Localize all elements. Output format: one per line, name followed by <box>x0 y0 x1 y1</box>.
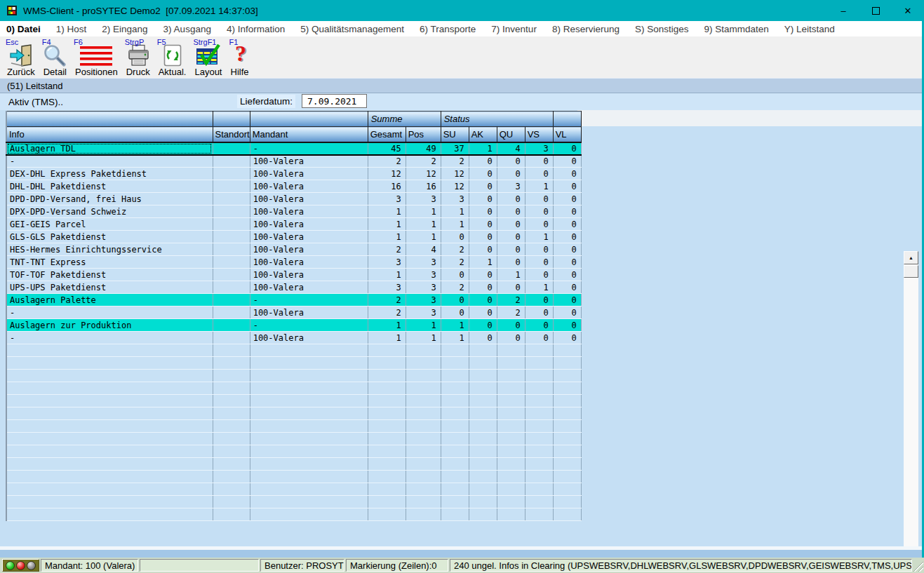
table-row[interactable]: -100-Valera2300200 <box>6 306 581 319</box>
table-cell[interactable] <box>213 294 250 306</box>
table-cell[interactable]: 1 <box>406 332 441 344</box>
info-cell[interactable]: - <box>6 332 213 344</box>
column-header-info[interactable]: Info <box>6 127 213 142</box>
table-cell[interactable]: 100-Valera <box>250 243 368 256</box>
column-header-vl[interactable]: VL <box>553 127 581 142</box>
table-cell[interactable]: 1 <box>441 205 469 218</box>
minimize-button[interactable]: – <box>827 0 859 21</box>
table-cell[interactable]: 1 <box>525 281 553 294</box>
table-cell[interactable]: 3 <box>406 281 441 294</box>
table-cell[interactable] <box>213 306 250 319</box>
table-cell[interactable]: 0 <box>553 281 581 294</box>
info-cell[interactable]: GLS-GLS Paketdienst <box>6 231 213 243</box>
table-cell[interactable]: 0 <box>497 168 525 180</box>
table-cell[interactable]: 1 <box>497 269 525 281</box>
table-cell[interactable]: 2 <box>441 256 469 269</box>
table-row[interactable]: TNT-TNT Express100-Valera3321000 <box>6 256 581 269</box>
table-cell[interactable]: 4 <box>406 243 441 256</box>
table-cell[interactable]: 100-Valera <box>250 256 368 269</box>
column-header-mandant[interactable]: Mandant <box>250 127 368 142</box>
table-cell[interactable]: 3 <box>525 142 553 155</box>
positionen-button[interactable]: F6 Positionen <box>72 36 121 79</box>
menu-item-datei[interactable]: 0) Datei <box>0 24 48 34</box>
table-cell[interactable]: 3 <box>497 180 525 193</box>
menu-item-host[interactable]: 1) Host <box>48 24 95 34</box>
table-cell[interactable]: 0 <box>553 218 581 231</box>
column-header-vs[interactable]: VS <box>525 127 553 142</box>
table-cell[interactable]: 0 <box>441 269 469 281</box>
table-row[interactable]: DPX-DPD-Versand Schweiz100-Valera1110000 <box>6 205 581 218</box>
table-cell[interactable]: 0 <box>525 243 553 256</box>
table-cell[interactable]: 1 <box>368 319 406 332</box>
info-cell[interactable]: GEI-GEIS Parcel <box>6 218 213 231</box>
table-cell[interactable]: 0 <box>469 243 497 256</box>
table-cell[interactable]: 12 <box>441 180 469 193</box>
table-cell[interactable]: 37 <box>441 142 469 155</box>
table-cell[interactable]: 3 <box>406 256 441 269</box>
menu-item-inventur[interactable]: 7) Inventur <box>483 24 544 34</box>
table-cell[interactable]: 0 <box>469 294 497 306</box>
table-row[interactable]: DPD-DPD-Versand, frei Haus100-Valera3330… <box>6 193 581 205</box>
table-cell[interactable]: 100-Valera <box>250 332 368 344</box>
table-cell[interactable]: 0 <box>553 269 581 281</box>
table-cell[interactable]: 100-Valera <box>250 193 368 205</box>
table-cell[interactable]: 100-Valera <box>250 281 368 294</box>
table-cell[interactable] <box>213 142 250 155</box>
table-cell[interactable]: 1 <box>368 231 406 243</box>
table-cell[interactable]: 1 <box>368 218 406 231</box>
info-cell[interactable]: HES-Hermes Einrichtungsservice <box>6 243 213 256</box>
menu-item-ausgang[interactable]: 3) Ausgang <box>156 24 219 34</box>
table-cell[interactable]: 100-Valera <box>250 205 368 218</box>
table-cell[interactable]: 16 <box>406 180 441 193</box>
hilfe-button[interactable]: F1 ? ? Hilfe <box>228 36 252 79</box>
table-cell[interactable]: 49 <box>406 142 441 155</box>
info-cell[interactable]: DEX-DHL Express Paketdienst <box>6 168 213 180</box>
table-cell[interactable]: 100-Valera <box>250 168 368 180</box>
table-cell[interactable]: 1 <box>525 180 553 193</box>
table-cell[interactable]: 0 <box>525 332 553 344</box>
table-cell[interactable]: 0 <box>469 155 497 168</box>
table-cell[interactable]: 2 <box>441 155 469 168</box>
table-cell[interactable]: 0 <box>553 155 581 168</box>
menu-item-information[interactable]: 4) Information <box>219 24 293 34</box>
table-cell[interactable]: 100-Valera <box>250 218 368 231</box>
table-cell[interactable]: 0 <box>469 306 497 319</box>
table-cell[interactable]: 0 <box>441 294 469 306</box>
table-cell[interactable]: 1 <box>368 205 406 218</box>
table-cell[interactable]: 0 <box>553 243 581 256</box>
table-cell[interactable]: 1 <box>469 142 497 155</box>
column-header-qu[interactable]: QU <box>497 127 525 142</box>
menu-item-eingang[interactable]: 2) Eingang <box>94 24 155 34</box>
column-header-su[interactable]: SU <box>441 127 469 142</box>
info-cell[interactable]: DPD-DPD-Versand, frei Haus <box>6 193 213 205</box>
table-cell[interactable]: 0 <box>497 218 525 231</box>
table-cell[interactable] <box>213 218 250 231</box>
table-cell[interactable]: 0 <box>525 218 553 231</box>
table-cell[interactable]: 0 <box>497 193 525 205</box>
table-cell[interactable]: 0 <box>469 332 497 344</box>
info-cell[interactable]: DHL-DHL Paketdienst <box>6 180 213 193</box>
table-cell[interactable] <box>213 180 250 193</box>
table-cell[interactable]: 1 <box>441 332 469 344</box>
table-cell[interactable]: 16 <box>368 180 406 193</box>
table-cell[interactable]: 0 <box>469 269 497 281</box>
table-cell[interactable]: 3 <box>406 193 441 205</box>
table-cell[interactable]: 0 <box>553 319 581 332</box>
table-cell[interactable] <box>213 256 250 269</box>
table-cell[interactable]: 3 <box>368 193 406 205</box>
table-cell[interactable]: 0 <box>469 231 497 243</box>
table-cell[interactable]: 0 <box>525 155 553 168</box>
table-cell[interactable]: 0 <box>469 180 497 193</box>
table-cell[interactable]: 0 <box>525 193 553 205</box>
table-cell[interactable]: 0 <box>525 306 553 319</box>
table-cell[interactable]: 4 <box>497 142 525 155</box>
table-row[interactable]: GEI-GEIS Parcel100-Valera1110000 <box>6 218 581 231</box>
column-header-pos[interactable]: Pos <box>406 127 441 142</box>
table-cell[interactable] <box>213 168 250 180</box>
table-row[interactable]: Auslagern Palette-2300200 <box>6 294 581 306</box>
info-cell[interactable]: Auslagern zur Produktion <box>6 319 213 332</box>
table-cell[interactable]: 0 <box>441 306 469 319</box>
table-cell[interactable]: 100-Valera <box>250 155 368 168</box>
table-cell[interactable]: 3 <box>406 269 441 281</box>
table-row[interactable]: TOF-TOF Paketdienst100-Valera1300100 <box>6 269 581 281</box>
